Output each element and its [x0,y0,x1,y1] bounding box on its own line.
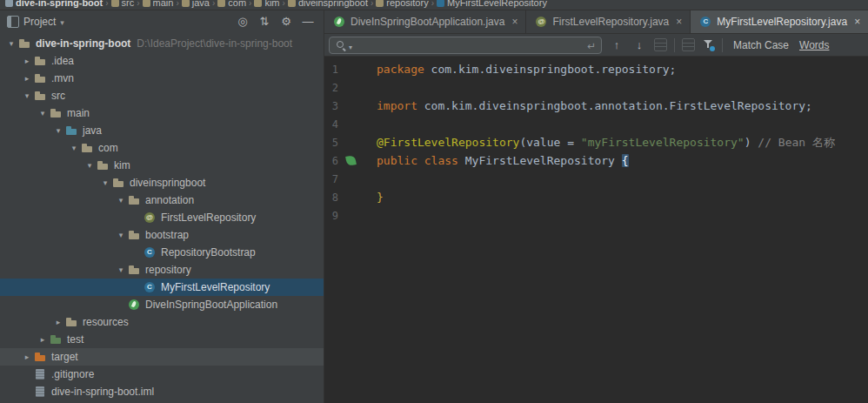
search-history-chevron-icon[interactable] [349,37,352,53]
match-case-toggle[interactable]: Match Case [733,39,789,51]
tree-row-mvn[interactable]: ▸.mvn [0,70,324,87]
next-occurrence-icon[interactable] [631,38,647,51]
tree-expand-arrow[interactable]: ▾ [115,231,127,239]
breadcrumb-item-java[interactable]: java [182,0,210,8]
tree-expand-arrow[interactable]: ▾ [115,265,127,274]
project-tree: ▾dive-in-spring-bootD:\IdeaProject\dive-… [0,33,324,403]
tab-close-icon[interactable]: × [854,16,860,28]
tree-expand-arrow[interactable]: ▾ [115,196,127,205]
tree-row-idea[interactable]: ▸.idea [0,52,324,70]
folder-icon [182,0,190,7]
tree-expand-arrow[interactable]: ▾ [5,39,17,48]
select-all-occurrences-icon[interactable] [682,38,695,51]
breadcrumb-item-main[interactable]: main [143,0,174,8]
tree-expand-arrow[interactable]: ▾ [37,109,49,118]
tree-expand-arrow[interactable]: ▾ [83,161,96,170]
package-icon [127,193,141,207]
tree-row-gitignore[interactable]: .gitignore [0,366,324,383]
tab-myfirstlevelrepository-java[interactable]: MyFirstLevelRepository.java× [691,10,868,33]
divider [674,38,675,52]
tree-row-com[interactable]: ▾com [0,139,324,157]
hide-panel-icon[interactable] [299,13,317,30]
breadcrumb-label: com [228,0,246,8]
tree-node-label: test [67,333,83,346]
annotation-icon [143,211,157,225]
previous-occurrence-icon[interactable] [609,38,624,51]
folder-icon [64,315,78,329]
find-all-icon[interactable] [654,38,667,51]
tree-row-java[interactable]: ▾java [0,122,324,139]
tree-expand-arrow[interactable]: ▸ [37,335,49,344]
chevron-down-icon[interactable] [60,16,64,28]
tree-expand-arrow[interactable]: ▾ [52,126,64,135]
tree-row-resources[interactable]: ▸resources [0,313,324,331]
gutter [338,170,377,188]
locate-file-icon[interactable] [234,13,251,30]
breadcrumb-label: repository [386,0,428,8]
filter-icon[interactable] [702,38,715,51]
tree-row-kim[interactable]: ▾kim [0,157,324,174]
tree-row-firstlevelrepository[interactable]: FirstLevelRepository [0,209,324,226]
tree-row-test[interactable]: ▸test [0,331,324,348]
tab-diveinspringbootapplication-java[interactable]: DiveInSpringBootApplication.java× [324,10,526,33]
code-editor[interactable]: 1package com.kim.diveinspringboot.reposi… [324,57,868,403]
folder-excluded-icon [33,350,47,364]
tree-row-annotation[interactable]: ▾annotation [0,191,324,209]
tree-row-diveinspringbootapplication[interactable]: DiveInSpringBootApplication [0,296,324,313]
code-line-6: 6public class MyFirstLevelRepository { [324,151,868,170]
breadcrumb-item-myfirstlevelrepository[interactable]: MyFirstLevelRepository [437,0,547,8]
code-line-2: 2 [324,78,868,97]
breadcrumb-item-src[interactable]: src [111,0,135,8]
tree-row-repositorybootstrap[interactable]: RepositoryBootstrap [0,244,324,261]
code-text: package com.kim.diveinspringboot.reposit… [377,63,676,76]
filter-active-dot [710,46,715,51]
folder-icon [33,54,47,68]
tree-row-repository[interactable]: ▾repository [0,261,324,279]
folder-icon [49,106,63,120]
tree-row-dive-in-spring-boot[interactable]: ▾dive-in-spring-bootD:\IdeaProject\dive-… [0,35,324,52]
navigation-bar: dive-in-spring-boot›src›main›java›com›ki… [0,0,868,10]
spring-bean-gutter-icon[interactable] [345,155,357,166]
tree-row-myfirstlevelrepository[interactable]: MyFirstLevelRepository [0,279,324,296]
search-input[interactable] [329,37,602,54]
editor-tab-bar: DiveInSpringBootApplication.java×FirstLe… [324,10,868,34]
tree-row-src[interactable]: ▾src [0,87,324,104]
line-number: 3 [330,100,338,112]
breadcrumb-separator: › [212,0,215,8]
tree-expand-arrow[interactable]: ▸ [21,57,33,65]
editor-area: DiveInSpringBootApplication.java×FirstLe… [324,10,868,403]
package-icon [96,158,110,172]
tab-label: MyFirstLevelRepository.java [717,16,847,28]
folder-icon [254,0,262,7]
tree-row-target[interactable]: ▸target [0,348,324,366]
project-panel-title[interactable]: Project [23,16,56,28]
tree-node-label: dive-in-spring-boot.iml [51,386,154,398]
spring-icon [127,298,141,312]
breadcrumb-item-com[interactable]: com [217,0,246,8]
folder-java-icon [64,124,78,138]
breadcrumb-item-kim[interactable]: kim [254,0,279,8]
tab-close-icon[interactable]: × [511,16,517,28]
breadcrumb-item-diveinspringboot[interactable]: diveinspringboot [288,0,368,8]
package-icon [80,141,94,155]
file-icon [33,367,47,381]
tree-row-dive-in-spring-boot-iml[interactable]: dive-in-spring-boot.iml [0,383,324,400]
tree-row-bootstrap[interactable]: ▾bootstrap [0,226,324,244]
tree-expand-arrow[interactable]: ▸ [21,353,33,361]
words-toggle[interactable]: Words [799,39,829,51]
tree-row-main[interactable]: ▾main [0,104,324,122]
line-number: 1 [330,64,338,76]
tree-expand-arrow[interactable]: ▾ [99,178,111,187]
gear-icon[interactable] [277,13,295,30]
tree-row-diveinspringboot[interactable]: ▾diveinspringboot [0,174,324,191]
collapse-all-icon[interactable] [256,13,273,30]
tab-firstlevelrepository-java[interactable]: FirstLevelRepository.java× [526,10,691,33]
tree-expand-arrow[interactable]: ▾ [21,91,33,100]
tree-expand-arrow[interactable]: ▸ [21,74,33,83]
breadcrumb-item-repository[interactable]: repository [376,0,428,8]
tree-expand-arrow[interactable]: ▾ [68,144,80,152]
breadcrumb-item-dive-in-spring-boot[interactable]: dive-in-spring-boot [5,0,103,8]
tree-expand-arrow[interactable]: ▸ [52,318,64,326]
tab-close-icon[interactable]: × [676,16,682,28]
tree-node-label: DiveInSpringBootApplication [145,299,277,311]
